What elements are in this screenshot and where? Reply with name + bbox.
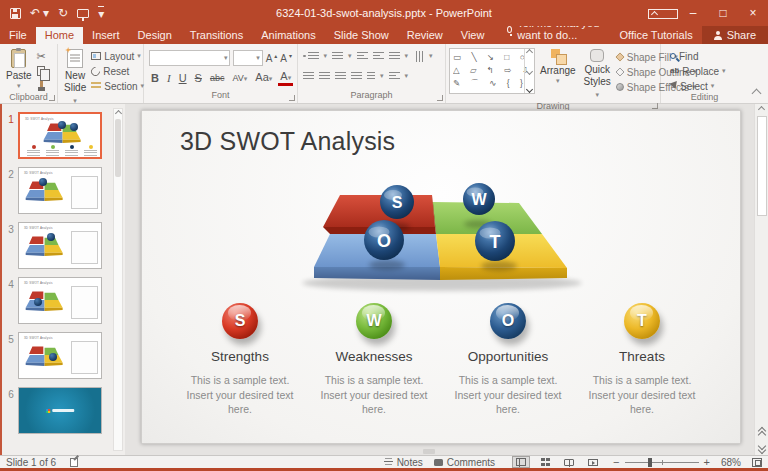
weaknesses-text[interactable]: This is a sample text. Insert your desir…: [318, 373, 430, 417]
gallery-more-icon[interactable]: [526, 86, 533, 93]
zoom-slider-thumb[interactable]: [648, 458, 652, 467]
weaknesses-label[interactable]: Weaknesses: [335, 349, 412, 364]
gallery-up-icon[interactable]: [526, 49, 533, 56]
zoom-out-button[interactable]: −: [613, 457, 619, 468]
grow-font-button[interactable]: A▴: [266, 53, 278, 64]
undo-icon[interactable]: ↶: [30, 7, 40, 19]
swot-3d-platform[interactable]: S W O T: [292, 177, 592, 317]
copy-button[interactable]: [37, 65, 46, 77]
fit-slide-to-window-button[interactable]: [752, 458, 762, 467]
section-button[interactable]: Section▾: [91, 80, 144, 92]
opportunities-text[interactable]: This is a sample text. Insert your desir…: [452, 373, 564, 417]
thumbnail-slide-5[interactable]: 5 3D SWOT Analysis: [4, 332, 125, 379]
threats-text[interactable]: This is a sample text. Insert your desir…: [586, 373, 698, 417]
share-button[interactable]: Share: [702, 26, 768, 44]
tab-animations[interactable]: Animations: [252, 27, 324, 44]
notes-splitter-handle[interactable]: [423, 449, 435, 454]
threats-label[interactable]: Threats: [619, 349, 665, 364]
zoom-in-button[interactable]: +: [704, 457, 710, 468]
text-direction-button[interactable]: ▾: [413, 49, 433, 63]
cut-button[interactable]: ✂: [37, 50, 46, 62]
shrink-font-button[interactable]: A▾: [280, 53, 292, 64]
previous-slide-button[interactable]: [759, 428, 765, 436]
thumbnail-image[interactable]: 3D SWOT Analysis: [18, 167, 102, 214]
increase-indent-icon[interactable]: [373, 52, 384, 61]
shapes-gallery-scrollbar[interactable]: [524, 49, 534, 93]
underline-button[interactable]: U: [177, 71, 189, 85]
italic-button[interactable]: I: [165, 71, 173, 85]
slide-sorter-view-button[interactable]: [536, 456, 554, 468]
text-shadow-button[interactable]: S: [193, 71, 204, 85]
quick-styles-button[interactable]: Quick Styles ▾: [581, 48, 614, 101]
convert-smartart-button[interactable]: ▾: [389, 69, 409, 83]
find-button[interactable]: Find: [670, 50, 726, 62]
format-painter-button[interactable]: [37, 80, 46, 92]
font-dialog-launcher[interactable]: [289, 95, 295, 101]
next-slide-button[interactable]: [759, 443, 765, 451]
scrollbar-thumb[interactable]: [757, 116, 767, 216]
bold-button[interactable]: B: [149, 71, 161, 85]
notes-button[interactable]: Notes: [384, 457, 423, 468]
replace-button[interactable]: abReplace▾: [670, 65, 726, 77]
ribbon-display-options-button[interactable]: [648, 0, 678, 26]
select-button[interactable]: Select▾: [670, 80, 726, 92]
character-spacing-button[interactable]: AV▾: [230, 71, 249, 86]
thumbnail-image[interactable]: [18, 387, 102, 434]
customize-qat-icon[interactable]: ▾: [98, 6, 104, 20]
start-from-beginning-icon[interactable]: [77, 9, 89, 18]
minimize-button[interactable]: –: [678, 0, 708, 26]
tab-slide-show[interactable]: Slide Show: [325, 27, 398, 44]
scroll-up-icon[interactable]: [114, 110, 121, 117]
tab-insert[interactable]: Insert: [83, 27, 129, 44]
gallery-down-icon[interactable]: [526, 67, 533, 74]
columns-button[interactable]: ▾: [367, 69, 384, 83]
zoom-slider[interactable]: [625, 462, 699, 463]
font-name-combobox[interactable]: ▾: [149, 50, 230, 66]
new-slide-button[interactable]: New Slide ▾: [61, 48, 89, 107]
thumbnail-slide-2[interactable]: 2 3D SWOT Analysis: [4, 167, 125, 214]
justify-icon[interactable]: [351, 72, 362, 81]
scroll-up-icon[interactable]: [758, 106, 765, 113]
tab-review[interactable]: Review: [398, 27, 452, 44]
slide-canvas[interactable]: 3D SWOT Analysis: [141, 110, 741, 444]
line-spacing-button[interactable]: ▾: [389, 49, 409, 63]
numbering-button[interactable]: ▾: [332, 49, 352, 63]
swot-item-weaknesses[interactable]: W Weaknesses This is a sample text. Inse…: [307, 303, 441, 417]
strikethrough-button[interactable]: abc: [208, 71, 227, 85]
reset-button[interactable]: Reset: [91, 65, 144, 77]
clipboard-dialog-launcher[interactable]: [49, 95, 55, 101]
thumbnail-image[interactable]: 3D SWOT Analysis: [18, 332, 102, 379]
font-size-combobox[interactable]: ▾: [233, 50, 262, 66]
thumbnail-image[interactable]: 3D SWOT Analysis: [18, 277, 102, 324]
comments-button[interactable]: Comments: [434, 457, 495, 468]
align-left-icon[interactable]: [303, 72, 314, 81]
align-center-icon[interactable]: [319, 72, 330, 81]
thumbnail-slide-6[interactable]: 6: [4, 387, 125, 434]
slide-title-textbox[interactable]: 3D SWOT Analysis: [180, 127, 395, 156]
save-icon[interactable]: [10, 8, 21, 19]
arrange-button[interactable]: Arrange ▾: [537, 48, 579, 86]
slide-scrollbar[interactable]: [754, 104, 768, 455]
redo-icon[interactable]: ↻: [58, 7, 68, 19]
scrollbar-thumb[interactable]: [115, 119, 121, 177]
reading-view-button[interactable]: [560, 456, 578, 468]
paste-button[interactable]: Paste ▾: [3, 48, 35, 91]
swot-item-strengths[interactable]: S Strengths This is a sample text. Inser…: [173, 303, 307, 417]
tab-office-tutorials[interactable]: Office Tutorials: [610, 27, 701, 44]
thumbnail-slide-3[interactable]: 3 3D SWOT Analysis: [4, 222, 125, 269]
maximize-button[interactable]: □: [708, 0, 738, 26]
paragraph-dialog-launcher[interactable]: [437, 95, 443, 101]
change-case-button[interactable]: Aa▾: [253, 70, 274, 86]
tab-transitions[interactable]: Transitions: [181, 27, 252, 44]
thumbnail-scrollbar[interactable]: [113, 108, 123, 451]
tab-view[interactable]: View: [452, 27, 494, 44]
thumbnail-image[interactable]: 3D SWOT Analysis: [18, 112, 102, 159]
swot-item-opportunities[interactable]: O Opportunities This is a sample text. I…: [441, 303, 575, 417]
font-color-button[interactable]: A▾: [278, 71, 293, 86]
thumbnail-image[interactable]: 3D SWOT Analysis: [18, 222, 102, 269]
bullets-button[interactable]: ▾: [303, 49, 327, 63]
align-right-icon[interactable]: [335, 72, 346, 81]
shapes-gallery[interactable]: ▭ ╲ ↘ □ ○ ▭ △ ▱ ↰ ⇨ ⇩ ▽ ✎ ⌒ ∿ { } ☆: [449, 48, 535, 94]
tab-design[interactable]: Design: [129, 27, 181, 44]
slide-show-button[interactable]: [584, 456, 602, 468]
